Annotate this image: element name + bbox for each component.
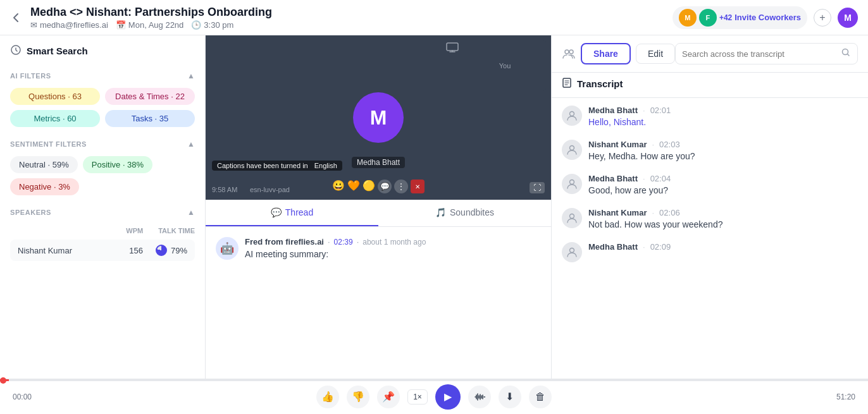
thread-content: 🤖 Fred from fireflies.ai · 02:39 · about… — [206, 227, 551, 379]
coworker-avatars-group: M F +42 Invite Coworkers — [673, 6, 807, 29]
ai-filters-header: AI FILTERS ▲ — [0, 66, 205, 85]
speed-control[interactable]: 1× — [407, 389, 428, 405]
speakers-collapse[interactable]: ▲ — [187, 208, 195, 217]
speaker-stats: 156 79% — [129, 245, 187, 256]
wpm-col-header: WPM — [126, 227, 143, 234]
avatar — [562, 174, 582, 194]
svg-rect-1 — [447, 43, 458, 51]
add-button[interactable]: + — [814, 9, 831, 27]
video-control-mic[interactable]: ⋮ — [394, 180, 408, 193]
t-name: Nishant Kumar — [588, 140, 647, 149]
speakers-table-header: WPM TALK TIME — [10, 224, 195, 237]
video-main: M Medha Bhatt You Captions have been tur… — [206, 35, 551, 200]
svg-point-9 — [570, 214, 574, 219]
tab-soundbites[interactable]: 🎵 Soundbites — [378, 200, 551, 226]
transcript-msg-body: Medha Bhatt · 02:01 Hello, Nishant. — [588, 106, 671, 127]
table-row: Medha Bhatt · 02:09 — [562, 242, 858, 262]
play-button[interactable]: ▶ — [435, 384, 461, 410]
avatar — [562, 106, 582, 126]
user-avatar: M — [838, 8, 858, 28]
t-text: Hello, Nishant. — [588, 117, 671, 127]
negative-filter[interactable]: Negative · 3% — [10, 178, 79, 195]
meeting-title: Medha <> Nishant: Partnerships Onboardin… — [30, 6, 272, 19]
header-left: Medha <> Nishant: Partnerships Onboardin… — [10, 6, 272, 30]
smart-search-label: Smart Search — [27, 46, 88, 56]
participants-icon-btn[interactable] — [562, 47, 576, 61]
right-panel: Share Edit Transcript — [552, 35, 868, 379]
email-meta: ✉ medha@fireflies.ai — [30, 20, 108, 30]
pip-label: You — [499, 62, 511, 70]
video-pip: You — [464, 40, 546, 91]
expand-btn[interactable]: ⛶ — [530, 181, 545, 193]
calendar-icon: 📅 — [116, 20, 126, 30]
t-text: Hey, Medha. How are you? — [588, 151, 695, 161]
svg-point-8 — [570, 180, 574, 185]
speaker-row: Nishant Kumar 156 79% — [10, 240, 195, 261]
email-icon: ✉ — [30, 20, 37, 30]
download-button[interactable]: ⬇ — [499, 386, 521, 408]
main-layout: Smart Search AI FILTERS ▲ Questions · 63… — [0, 35, 868, 379]
questions-filter[interactable]: Questions · 63 — [10, 88, 100, 105]
thread-sender: Fred from fireflies.ai — [245, 237, 324, 247]
thumbs-down-button[interactable]: 👎 — [347, 386, 369, 408]
video-avatar: M — [353, 92, 404, 143]
video-session-id: esn-luvv-pad — [250, 186, 290, 193]
t-header: Nishant Kumar · 02:03 — [588, 140, 695, 149]
ai-filters-title: AI FILTERS — [10, 72, 51, 80]
positive-filter[interactable]: Positive · 38% — [83, 156, 152, 173]
speaker-talk: 79% — [156, 245, 187, 256]
ai-filters-grid: Questions · 63 Dates & Times · 22 Metric… — [0, 85, 205, 135]
video-control-chat[interactable]: 💬 — [378, 180, 392, 193]
t-time: 02:09 — [650, 242, 671, 252]
smart-search-icon — [10, 44, 22, 58]
tab-thread[interactable]: 💬 Thread — [206, 200, 378, 226]
table-row: Medha Bhatt · 02:04 Good, how are you? — [562, 174, 858, 195]
transcript-search-input[interactable] — [682, 49, 837, 59]
talk-circle — [156, 245, 167, 256]
t-time: 02:04 — [650, 174, 671, 183]
t-time: 02:03 — [659, 140, 680, 149]
progress-dot — [0, 377, 6, 384]
metrics-filter[interactable]: Metrics · 60 — [10, 110, 100, 127]
tasks-filter[interactable]: Tasks · 35 — [105, 110, 195, 127]
video-end-btn[interactable]: ✕ — [411, 180, 425, 193]
thumbs-up-button[interactable]: 👍 — [316, 386, 339, 408]
svg-point-10 — [570, 248, 574, 253]
bookmark-button[interactable]: 📌 — [377, 386, 400, 408]
trash-button[interactable]: 🗑 — [529, 386, 552, 408]
back-button[interactable] — [10, 11, 23, 24]
edit-button[interactable]: Edit — [636, 44, 675, 64]
thread-message: 🤖 Fred from fireflies.ai · 02:39 · about… — [216, 237, 541, 260]
smart-search-header: Smart Search — [0, 35, 205, 66]
transcript-header-row: Share Edit — [552, 35, 868, 73]
share-button[interactable]: Share — [581, 43, 631, 64]
speakers-header: SPEAKERS ▲ — [0, 203, 205, 222]
progress-track — [0, 379, 868, 381]
transcript-search-box — [675, 43, 858, 64]
t-text: Good, how are you? — [588, 185, 671, 195]
ai-filters-collapse[interactable]: ▲ — [187, 71, 195, 80]
sentiment-collapse[interactable]: ▲ — [187, 140, 195, 149]
dates-times-filter[interactable]: Dates & Times · 22 — [105, 88, 195, 105]
top-header: Medha <> Nishant: Partnerships Onboardin… — [0, 0, 868, 35]
invite-coworkers-button[interactable]: Invite Coworkers — [735, 13, 801, 22]
meeting-info: Medha <> Nishant: Partnerships Onboardin… — [30, 6, 272, 30]
thread-timestamp-link[interactable]: 02:39 — [334, 238, 353, 247]
table-row: Medha Bhatt · 02:01 Hello, Nishant. — [562, 106, 858, 127]
thread-msg-body: Fred from fireflies.ai · 02:39 · about 1… — [245, 237, 426, 260]
playbar-current-time: 00:00 — [13, 393, 32, 401]
t-name: Medha Bhatt — [588, 242, 638, 252]
thread-msg-text: AI meeting summary: — [245, 249, 426, 259]
neutral-filter[interactable]: Neutral · 59% — [10, 156, 78, 173]
captions-bar: Captions have been turned in English — [212, 161, 342, 171]
transcript-msg-body: Medha Bhatt · 02:09 — [588, 242, 671, 262]
svg-point-2 — [565, 50, 569, 54]
avatar-f: F — [699, 9, 717, 27]
waveform-button[interactable] — [468, 386, 491, 408]
t-header: Medha Bhatt · 02:09 — [588, 242, 671, 252]
avatar — [562, 208, 582, 228]
speaker-name: Nishant Kumar — [18, 246, 72, 255]
t-text: Not bad. How was your weekend? — [588, 219, 722, 229]
svg-point-7 — [570, 146, 574, 150]
speaker-wpm: 156 — [129, 246, 143, 255]
